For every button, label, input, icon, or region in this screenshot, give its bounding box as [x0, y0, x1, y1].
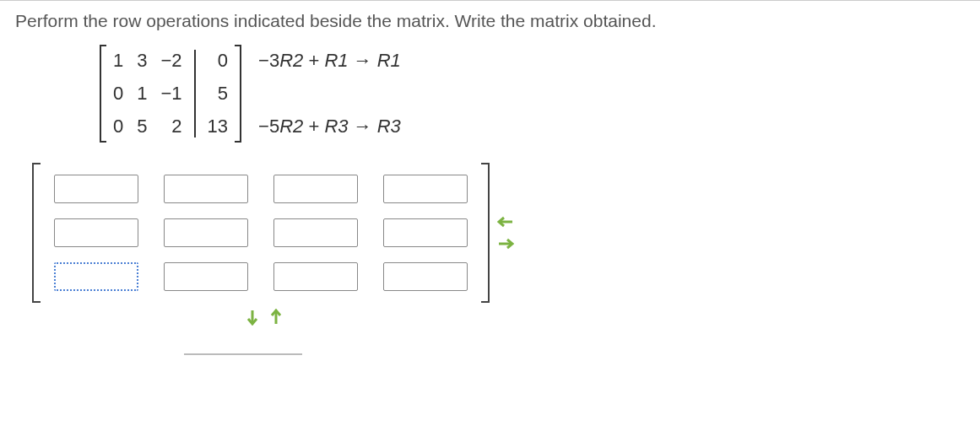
- matrix-cell: 1: [130, 78, 154, 110]
- column-controls: [496, 213, 515, 253]
- matrix-cell: 0: [201, 45, 235, 78]
- answer-cell-r2c1[interactable]: [54, 218, 138, 247]
- answer-block: [32, 163, 965, 303]
- answer-grid: [41, 163, 481, 303]
- answer-matrix: [32, 163, 490, 303]
- answer-cell-r3c3[interactable]: [273, 262, 358, 291]
- row-op-spacer: [258, 78, 401, 110]
- divider: [184, 352, 302, 355]
- question-text: Perform the row operations indicated bes…: [15, 11, 965, 31]
- answer-cell-r2c3[interactable]: [273, 218, 358, 247]
- matrix-cell: 13: [201, 110, 235, 143]
- matrix-cell: 5: [130, 110, 154, 143]
- given-matrix-block: 1 0 0 3 1 5 −2 −1 2 0 5 13: [100, 45, 965, 143]
- matrix-cell: 1: [106, 45, 130, 78]
- row-controls: [243, 308, 965, 326]
- given-matrix: 1 0 0 3 1 5 −2 −1 2 0 5 13: [100, 45, 241, 143]
- right-bracket: [235, 45, 241, 143]
- matrix-cell: −2: [154, 45, 189, 78]
- answer-cell-r2c4[interactable]: [383, 218, 468, 247]
- right-bracket: [481, 163, 490, 303]
- left-bracket: [100, 45, 106, 143]
- matrix-cell: 5: [201, 78, 235, 110]
- row-operations: −3R2 + R1 → R1 −5R2 + R3 → R3: [258, 45, 401, 143]
- add-column-icon[interactable]: [496, 234, 515, 253]
- add-row-icon[interactable]: [243, 308, 262, 326]
- remove-column-icon[interactable]: [496, 213, 515, 231]
- answer-cell-r3c2[interactable]: [164, 262, 248, 291]
- answer-cell-r3c1[interactable]: [54, 262, 138, 291]
- answer-cell-r1c1[interactable]: [54, 175, 138, 203]
- answer-cell-r1c4[interactable]: [383, 175, 468, 203]
- matrix-cell: 2: [154, 110, 189, 143]
- remove-row-icon[interactable]: [267, 308, 285, 326]
- matrix-cell: 3: [130, 45, 154, 78]
- answer-cell-r1c2[interactable]: [164, 175, 248, 203]
- answer-cell-r2c2[interactable]: [164, 218, 248, 247]
- answer-cell-r3c4[interactable]: [383, 262, 468, 291]
- row-op-1: −3R2 + R1 → R1: [258, 45, 401, 78]
- matrix-cell: −1: [154, 78, 189, 110]
- augment-bar: [194, 50, 196, 137]
- answer-cell-r1c3[interactable]: [273, 175, 358, 203]
- matrix-cell: 0: [106, 78, 130, 110]
- matrix-cell: 0: [106, 110, 130, 143]
- row-op-2: −5R2 + R3 → R3: [258, 110, 401, 143]
- left-bracket: [32, 163, 41, 303]
